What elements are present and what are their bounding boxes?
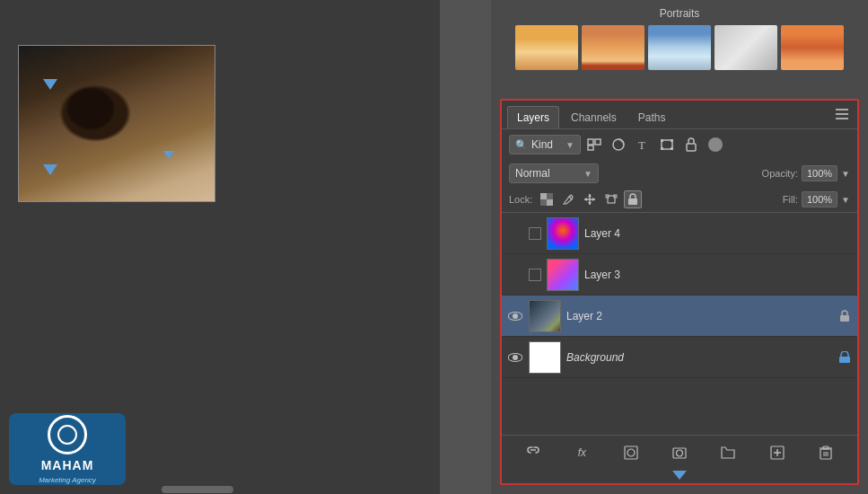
hscroll-thumb[interactable] [162, 486, 233, 493]
delete-layer-button[interactable] [815, 442, 837, 463]
filter-text-icon[interactable]: T [633, 135, 653, 154]
lock-position-icon[interactable] [581, 190, 599, 208]
opacity-value: 100% [802, 165, 837, 181]
svg-marker-18 [592, 198, 595, 201]
portrait-thumb-5[interactable] [781, 25, 844, 70]
layer-lock-icon [837, 350, 852, 365]
new-group-button[interactable] [717, 442, 739, 463]
layer-name: Background [566, 351, 832, 364]
layer-visibility-toggle[interactable] [507, 225, 523, 242]
svg-rect-14 [540, 199, 547, 206]
svg-point-29 [676, 450, 682, 456]
tab-layers[interactable]: Layers [507, 106, 559, 128]
svg-rect-0 [588, 139, 593, 145]
layer-lock-icon [837, 268, 852, 282]
layer-lock-icon [837, 226, 852, 241]
new-adjustment-button[interactable] [620, 442, 642, 463]
canvas-hscroll[interactable] [0, 485, 440, 494]
canvas-area: MAHAM Marketing Agency [0, 0, 440, 494]
svg-rect-24 [839, 357, 850, 363]
lock-row: Lock: [502, 187, 857, 213]
layer-checkbox[interactable] [529, 269, 541, 281]
layer-name: Layer 3 [584, 269, 832, 281]
svg-rect-1 [595, 139, 601, 145]
layers-panel: Layers Channels Paths 🔍 Kind [500, 99, 859, 485]
layer-visibility-toggle[interactable] [507, 267, 523, 283]
tab-paths[interactable]: Paths [628, 106, 676, 128]
portrait-thumb-1[interactable] [515, 25, 578, 70]
svg-marker-16 [588, 202, 592, 205]
opacity-label: Opacity: [762, 168, 798, 179]
layer-name: Layer 4 [584, 227, 832, 240]
fill-value: 100% [802, 191, 837, 207]
blend-row: Normal ▼ Opacity: 100% ▼ [502, 160, 857, 187]
portraits-title: Portraits [500, 7, 859, 20]
fx-label: fx [578, 446, 586, 459]
panel-toolbar: fx [502, 435, 857, 469]
filter-circle-icon[interactable] [609, 135, 628, 154]
portraits-thumbnails [500, 25, 859, 70]
filter-pixel-icon[interactable] [584, 135, 604, 154]
logo-icon [48, 415, 87, 454]
tab-channels[interactable]: Channels [561, 106, 627, 128]
svg-rect-10 [687, 144, 696, 151]
opacity-group: Opacity: 100% ▼ [762, 165, 850, 181]
logo-area: MAHAM Marketing Agency [9, 413, 126, 485]
layer-item-active[interactable]: Layer 2 [502, 296, 857, 337]
layers-scrollable[interactable]: Layer 4 Layer 3 [502, 213, 857, 435]
opacity-arrow-icon[interactable]: ▼ [841, 169, 850, 179]
link-layers-button[interactable] [522, 442, 544, 463]
kind-chevron-icon: ▼ [566, 140, 574, 150]
lock-artboard-icon[interactable] [602, 190, 620, 208]
layer-item-background[interactable]: Background [502, 337, 857, 378]
search-icon: 🔍 [515, 139, 528, 151]
blend-chevron-icon: ▼ [583, 169, 592, 179]
svg-rect-22 [628, 198, 637, 205]
layer-thumbnail [547, 259, 579, 291]
layer-item[interactable]: Layer 3 [502, 254, 857, 296]
lock-label: Lock: [509, 194, 532, 205]
kind-dropdown[interactable]: 🔍 Kind ▼ [509, 135, 581, 154]
layers-content: Layers Channels Paths 🔍 Kind [502, 101, 857, 483]
blend-mode-dropdown[interactable]: Normal ▼ [509, 163, 599, 183]
svg-marker-15 [588, 194, 592, 197]
svg-rect-6 [661, 139, 663, 142]
portrait-thumb-3[interactable] [648, 25, 711, 70]
layer-item[interactable]: Layer 4 [502, 213, 857, 254]
svg-rect-13 [547, 193, 553, 199]
svg-rect-8 [661, 147, 663, 150]
filter-lock-icon[interactable] [681, 135, 701, 154]
lock-transparent-icon[interactable] [538, 190, 556, 208]
filter-row: 🔍 Kind ▼ [502, 129, 857, 160]
layer-name: Layer 2 [566, 310, 832, 322]
panel-menu-button[interactable] [836, 106, 852, 122]
logo-name: MAHAM [41, 458, 94, 472]
lock-image-icon[interactable] [559, 190, 577, 208]
panel-tabs: Layers Channels Paths [502, 101, 857, 129]
portrait-thumb-4[interactable] [715, 25, 777, 70]
new-mask-button[interactable] [669, 442, 690, 463]
logo-inner-ring [57, 425, 77, 445]
svg-point-27 [627, 449, 635, 456]
lock-all-icon[interactable] [624, 190, 642, 208]
svg-text:T: T [638, 138, 645, 151]
smart-object-circle [708, 137, 723, 152]
lock-icons [538, 190, 642, 208]
fill-arrow-icon[interactable]: ▼ [841, 195, 850, 205]
layer-lock-icon [837, 309, 852, 323]
eye-icon [508, 312, 522, 321]
new-layer-button[interactable] [767, 442, 788, 463]
layer-visibility-toggle[interactable] [507, 349, 523, 366]
layer-effects-button[interactable]: fx [571, 442, 592, 463]
bottom-arrow-area [502, 469, 857, 483]
canvas-arrow-2 [43, 164, 57, 175]
layer-checkbox[interactable] [529, 227, 541, 240]
svg-rect-26 [625, 446, 637, 459]
layer-visibility-toggle[interactable] [507, 308, 523, 324]
filter-transform-icon[interactable] [657, 135, 677, 154]
canvas-arrow-1 [43, 79, 57, 90]
portrait-thumb-2[interactable] [582, 25, 644, 70]
right-panel: Portraits Layers Channels Paths [491, 0, 868, 494]
filter-smart-icon[interactable] [706, 135, 725, 154]
svg-rect-12 [547, 199, 553, 206]
